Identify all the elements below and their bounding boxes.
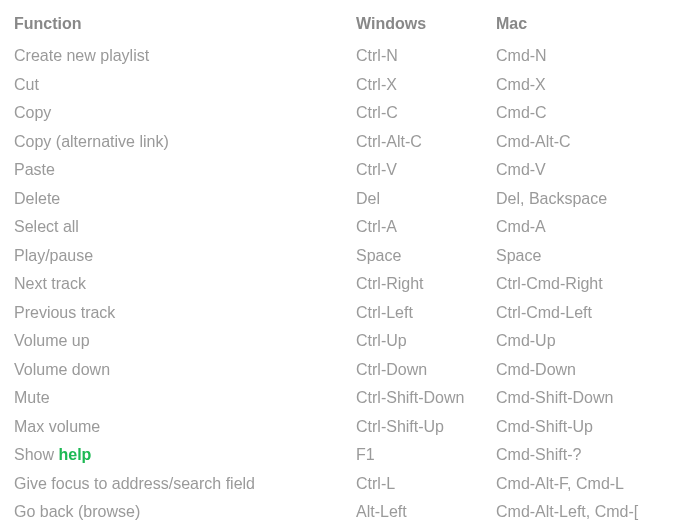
cell-function: Show help (14, 441, 356, 469)
header-function: Function (14, 10, 356, 42)
table-row: Select allCtrl-ACmd-A (14, 213, 686, 241)
table-row: Create new playlistCtrl-NCmd-N (14, 42, 686, 70)
cell-function: Max volume (14, 413, 356, 441)
cell-windows: Ctrl-A (356, 213, 496, 241)
cell-windows: Ctrl-Right (356, 270, 496, 298)
cell-windows: Space (356, 242, 496, 270)
cell-mac: Cmd-Alt-C (496, 128, 686, 156)
header-windows: Windows (356, 10, 496, 42)
cell-function: Play/pause (14, 242, 356, 270)
cell-mac: Cmd-N (496, 42, 686, 70)
cell-function: Copy (14, 99, 356, 127)
cell-function: Give focus to address/search field (14, 470, 356, 498)
cell-function: Delete (14, 185, 356, 213)
cell-mac: Cmd-C (496, 99, 686, 127)
cell-function: Next track (14, 270, 356, 298)
cell-mac: Cmd-Shift-? (496, 441, 686, 469)
table-row: Go back (browse)Alt-LeftCmd-Alt-Left, Cm… (14, 498, 686, 525)
table-row: Copy (alternative link)Ctrl-Alt-CCmd-Alt… (14, 128, 686, 156)
keyboard-shortcuts-table: Function Windows Mac Create new playlist… (14, 10, 686, 525)
cell-function: Volume down (14, 356, 356, 384)
table-row: PasteCtrl-VCmd-V (14, 156, 686, 184)
table-row: Give focus to address/search fieldCtrl-L… (14, 470, 686, 498)
table-row: Next trackCtrl-RightCtrl-Cmd-Right (14, 270, 686, 298)
cell-function: Cut (14, 71, 356, 99)
cell-windows: Ctrl-Alt-C (356, 128, 496, 156)
cell-mac: Cmd-Alt-Left, Cmd-[ (496, 498, 686, 525)
table-row: Play/pauseSpaceSpace (14, 242, 686, 270)
cell-function: Select all (14, 213, 356, 241)
cell-mac: Del, Backspace (496, 185, 686, 213)
table-header-row: Function Windows Mac (14, 10, 686, 42)
cell-function: Go back (browse) (14, 498, 356, 525)
cell-windows: Ctrl-Shift-Up (356, 413, 496, 441)
cell-mac: Space (496, 242, 686, 270)
cell-mac: Ctrl-Cmd-Right (496, 270, 686, 298)
help-link[interactable]: help (58, 446, 91, 463)
cell-windows: Ctrl-X (356, 71, 496, 99)
cell-windows: Alt-Left (356, 498, 496, 525)
cell-function: Paste (14, 156, 356, 184)
cell-windows: Ctrl-L (356, 470, 496, 498)
table-row: Previous trackCtrl-LeftCtrl-Cmd-Left (14, 299, 686, 327)
table-row: CutCtrl-XCmd-X (14, 71, 686, 99)
table-row: Volume downCtrl-DownCmd-Down (14, 356, 686, 384)
table-row: Show helpF1Cmd-Shift-? (14, 441, 686, 469)
cell-mac: Cmd-V (496, 156, 686, 184)
cell-windows: Ctrl-N (356, 42, 496, 70)
cell-mac: Cmd-Shift-Up (496, 413, 686, 441)
cell-mac: Cmd-A (496, 213, 686, 241)
cell-windows: Ctrl-C (356, 99, 496, 127)
cell-function: Previous track (14, 299, 356, 327)
cell-mac: Ctrl-Cmd-Left (496, 299, 686, 327)
table-row: MuteCtrl-Shift-DownCmd-Shift-Down (14, 384, 686, 412)
cell-mac: Cmd-Down (496, 356, 686, 384)
cell-windows: Ctrl-Up (356, 327, 496, 355)
cell-windows: F1 (356, 441, 496, 469)
table-row: Max volumeCtrl-Shift-UpCmd-Shift-Up (14, 413, 686, 441)
cell-mac: Cmd-Alt-F, Cmd-L (496, 470, 686, 498)
cell-function: Mute (14, 384, 356, 412)
header-mac: Mac (496, 10, 686, 42)
cell-windows: Ctrl-Down (356, 356, 496, 384)
cell-windows: Ctrl-Left (356, 299, 496, 327)
table-row: DeleteDelDel, Backspace (14, 185, 686, 213)
cell-mac: Cmd-Up (496, 327, 686, 355)
cell-windows: Del (356, 185, 496, 213)
cell-windows: Ctrl-V (356, 156, 496, 184)
table-row: CopyCtrl-CCmd-C (14, 99, 686, 127)
cell-mac: Cmd-Shift-Down (496, 384, 686, 412)
cell-function: Copy (alternative link) (14, 128, 356, 156)
cell-function: Volume up (14, 327, 356, 355)
table-row: Volume upCtrl-UpCmd-Up (14, 327, 686, 355)
cell-windows: Ctrl-Shift-Down (356, 384, 496, 412)
cell-function: Create new playlist (14, 42, 356, 70)
cell-mac: Cmd-X (496, 71, 686, 99)
